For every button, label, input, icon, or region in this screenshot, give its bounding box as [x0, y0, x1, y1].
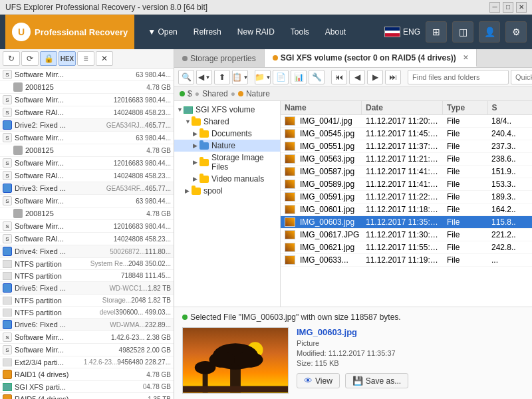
file-row[interactable]: IMG_00633... 11.12.2017 11:19:14 File ..…: [281, 254, 532, 267]
partition-icon: [3, 260, 12, 268]
list-item[interactable]: S Software Mirr... 4982528 2.00 GB: [0, 344, 174, 356]
menu-icon-btn-1[interactable]: ⊞: [426, 21, 447, 43]
list-item[interactable]: S Software RAI... 14024808 458.23...: [0, 233, 174, 245]
menu-right: ENG ⊞ ◫ 👤 ⚙: [384, 21, 527, 43]
tab-sgi-xfs[interactable]: SGI XFS volume (sector 0 on RAID5 (4 dri…: [265, 49, 477, 67]
tree-item-spool[interactable]: ▶ spool: [174, 185, 280, 197]
back-btn[interactable]: ◀▼: [196, 70, 212, 84]
file-row[interactable]: IMG_00589.jpg 11.12.2017 11:41:30 File 1…: [281, 178, 532, 191]
tree-root[interactable]: ▼ SGI XFS volume: [174, 104, 280, 116]
list-item[interactable]: SGI XFS parti... 0 4.78 GB: [0, 381, 174, 393]
menu-refresh[interactable]: Refresh: [186, 15, 229, 49]
list-item[interactable]: S Software Mirr... 63 980.44...: [0, 68, 174, 81]
list-item[interactable]: S Software Mirr... 12016683 980.44...: [0, 94, 174, 106]
list-item[interactable]: S Software Mirr... 63 980.44...: [0, 195, 174, 207]
tree-item-nature[interactable]: ▶ Nature: [174, 140, 280, 152]
menu-open[interactable]: ▼ Open: [140, 15, 186, 49]
tree-item-shared[interactable]: ▼ Shared: [174, 116, 280, 128]
tb-close-btn[interactable]: ✕: [96, 51, 113, 66]
file-date: 11.12.2017 11:21:10: [362, 153, 443, 165]
file-row[interactable]: IMG_00591.jpg 11.12.2017 11:22:14 File 1…: [281, 191, 532, 203]
col-date[interactable]: Date: [362, 101, 443, 114]
tab-close-icon[interactable]: ✕: [463, 54, 468, 61]
menu-tools[interactable]: Tools: [283, 15, 317, 49]
list-item[interactable]: Drive2: Fixed ... GEA534RJ... 465.77...: [0, 119, 174, 132]
tb-lock-btn[interactable]: 🔒: [40, 51, 57, 66]
file-row[interactable]: IMG_00587.jpg 11.12.2017 11:41:26 File 1…: [281, 166, 532, 178]
file-row[interactable]: IMG_00601.jpg 11.12.2017 11:18:53 File 1…: [281, 203, 532, 216]
preview-details: IMG_00603.jpg Picture Modified: 11.12.20…: [297, 327, 408, 394]
maximize-button[interactable]: □: [503, 2, 513, 13]
language-selector[interactable]: ENG: [384, 27, 420, 37]
list-item[interactable]: NTFS partition devel 390600... 499.03...: [0, 307, 174, 319]
list-item[interactable]: NTFS partition 718848 111.45...: [0, 270, 174, 282]
list-item[interactable]: 2008125 4.78 GB: [0, 81, 174, 94]
list-item[interactable]: Drive6: Fixed ... WD-WMA... 232.89...: [0, 319, 174, 331]
folder-icon: [200, 142, 209, 150]
list-item[interactable]: S Software RAI... 14024808 458.23...: [0, 170, 174, 182]
list-item[interactable]: NTFS partition Storage... 2048 1.82 TB: [0, 295, 174, 307]
breadcrumb-nature: Nature: [246, 89, 270, 98]
menu-icon-btn-3[interactable]: 👤: [479, 21, 500, 43]
menu-icon-btn-2[interactable]: ◫: [452, 21, 473, 43]
tb-hex-btn[interactable]: HEX: [59, 51, 76, 66]
list-item[interactable]: RAID5 (4 drives) 1.35 TB: [0, 393, 174, 399]
view-btn[interactable]: 📄: [273, 70, 289, 84]
save-as-button[interactable]: 💾 Save as...: [345, 373, 408, 388]
first-btn[interactable]: ⏮: [331, 70, 347, 84]
tab-dot: [273, 55, 278, 61]
view2-btn[interactable]: 📊: [291, 70, 307, 84]
next-btn[interactable]: ▶: [367, 70, 383, 84]
tb-refresh-btn[interactable]: ↻: [3, 51, 20, 66]
col-size[interactable]: S: [488, 101, 533, 114]
tree-item-video[interactable]: ▶ Video manuals: [174, 173, 280, 185]
tab-storage-properties[interactable]: Storage properties: [174, 49, 265, 67]
list-item[interactable]: S Software RAI... 14024808 458.23...: [0, 106, 174, 119]
file-row[interactable]: IMG_00603.jpg 11.12.2017 11:35:37 File 1…: [281, 216, 532, 229]
list-item[interactable]: 2008125 4.78 GB: [0, 144, 174, 157]
file-thumbnail-icon: [285, 129, 295, 138]
col-type[interactable]: Type: [443, 101, 488, 114]
xfs-icon: [3, 383, 12, 391]
view-button[interactable]: 👁 View: [297, 373, 340, 388]
tb-scan-btn[interactable]: ⟳: [21, 51, 39, 66]
close-button[interactable]: ✕: [516, 2, 527, 13]
window-controls[interactable]: ─ □ ✕: [489, 2, 527, 13]
tb-list-btn[interactable]: ≡: [77, 51, 94, 66]
list-item[interactable]: Drive5: Fixed ... WD-WCC1... 1.82 TB: [0, 282, 174, 295]
tree-item-documents[interactable]: ▶ Documents: [174, 128, 280, 140]
up-btn[interactable]: ⬆: [214, 70, 230, 84]
file-row[interactable]: IMG_00545.jpg 11.12.2017 11:45:36 File 2…: [281, 128, 532, 140]
menu-new-raid[interactable]: New RAID: [229, 15, 283, 49]
list-item[interactable]: RAID1 (4 drives) 4.78 GB: [0, 368, 174, 381]
minimize-button[interactable]: ─: [489, 2, 500, 13]
menu-about[interactable]: About: [317, 15, 354, 49]
last-btn[interactable]: ⏭: [385, 70, 401, 84]
list-item[interactable]: Drive4: Fixed ... 50026872... 111.80...: [0, 245, 174, 258]
list-item[interactable]: S Software Mirr... 12016683 980.44...: [0, 157, 174, 170]
prev-btn[interactable]: ◀: [349, 70, 365, 84]
list-item[interactable]: Ext2/3/4 parti... 1.42.6-23... 9456480 2…: [0, 356, 174, 368]
file-row[interactable]: IMG_00621.jpg 11.12.2017 11:55:55 File 2…: [281, 241, 532, 254]
find-files-input[interactable]: [408, 70, 509, 84]
list-item[interactable]: S Software Mirr... 12016683 980.44...: [0, 220, 174, 233]
list-item[interactable]: Drive3: Fixed ... GEA534RF... 465.77...: [0, 182, 174, 195]
col-name[interactable]: Name: [281, 101, 362, 114]
file-row[interactable]: IMG_00617.JPG 11.12.2017 11:30:35 File 2…: [281, 229, 532, 241]
tools-btn[interactable]: 🔧: [309, 70, 325, 84]
file-row[interactable]: IMG_0041/.jpg 11.12.2017 11:20:34 File 1…: [281, 115, 532, 128]
menu-icon-btn-4[interactable]: ⚙: [505, 21, 527, 43]
list-item[interactable]: NTFS partition System Re... 2048 350.02.…: [0, 258, 174, 270]
file-row[interactable]: IMG_00551.jpg 11.12.2017 11:37:12 File 2…: [281, 140, 532, 153]
list-item[interactable]: 2008125 4.78 GB: [0, 207, 174, 220]
list-item[interactable]: S Software Mirr... 1.42.6-23... 2.38 GB: [0, 331, 174, 344]
file-name: IMG_00617.JPG: [300, 230, 359, 239]
list-item[interactable]: S Software Mirr... 63 980.44...: [0, 132, 174, 144]
tree-item-storage-image[interactable]: ▶ Storage Image Files: [174, 152, 280, 173]
file-thumbnail-icon: [285, 180, 295, 189]
search-btn[interactable]: 🔍: [178, 70, 194, 84]
file-row[interactable]: IMG_00563.jpg 11.12.2017 11:21:10 File 2…: [281, 153, 532, 166]
quick-find-input[interactable]: [511, 70, 532, 84]
folder-btn[interactable]: 📁▼: [255, 70, 271, 84]
copy-btn[interactable]: 📋▼: [232, 70, 248, 84]
